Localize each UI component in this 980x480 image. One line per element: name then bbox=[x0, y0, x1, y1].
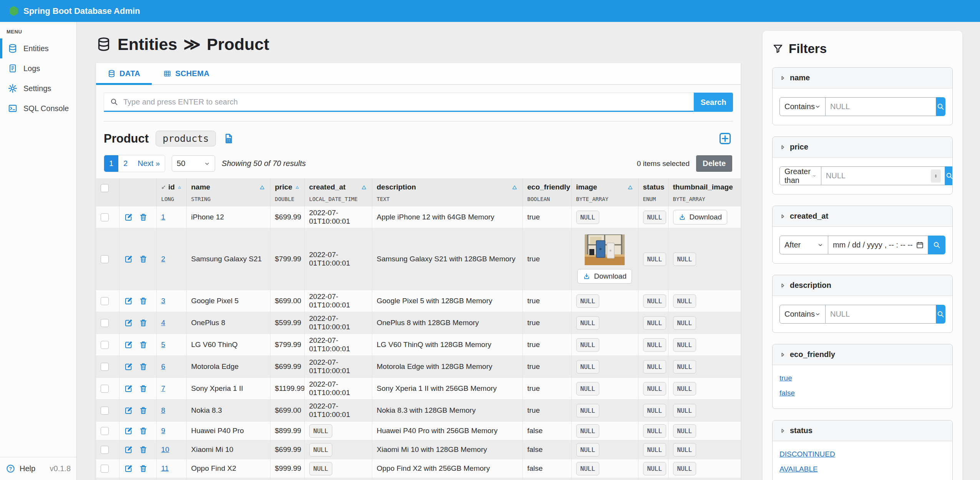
filter-header-created-at[interactable]: created_at bbox=[773, 206, 952, 227]
delete-icon[interactable] bbox=[139, 464, 148, 473]
delete-icon[interactable] bbox=[139, 254, 148, 264]
row-checkbox[interactable] bbox=[101, 255, 109, 263]
edit-icon[interactable] bbox=[124, 340, 133, 349]
filter-header-price[interactable]: price bbox=[773, 137, 952, 158]
filter-option-available[interactable]: AVAILABLE bbox=[779, 465, 945, 473]
sort-icon[interactable] bbox=[511, 184, 518, 191]
delete-icon[interactable] bbox=[139, 362, 148, 371]
delete-button[interactable]: Delete bbox=[696, 155, 732, 172]
row-checkbox[interactable] bbox=[101, 363, 109, 371]
row-id-link[interactable]: 8 bbox=[161, 406, 166, 414]
sidebar-item-logs[interactable]: Logs bbox=[0, 58, 76, 78]
filter-operator-select[interactable]: Contains bbox=[779, 97, 826, 116]
row-id-link[interactable]: 6 bbox=[161, 362, 166, 370]
cell-price: $699.00 bbox=[270, 290, 304, 312]
calendar-icon[interactable] bbox=[916, 241, 924, 249]
sort-icon[interactable] bbox=[259, 184, 265, 191]
sort-icon[interactable] bbox=[295, 184, 300, 191]
filter-datetime-input[interactable]: mm / dd / yyyy , -- : -- -- bbox=[828, 236, 928, 254]
row-id-link[interactable]: 1 bbox=[161, 213, 166, 221]
row-id-link[interactable]: 7 bbox=[161, 384, 166, 392]
tab-data[interactable]: DATA bbox=[96, 63, 152, 84]
help-icon[interactable] bbox=[6, 464, 15, 473]
next-page-button[interactable]: Next » bbox=[133, 155, 165, 172]
filter-value-input[interactable] bbox=[830, 310, 932, 319]
delete-icon[interactable] bbox=[139, 445, 148, 454]
edit-icon[interactable] bbox=[124, 426, 133, 435]
row-id-link[interactable]: 10 bbox=[161, 445, 169, 453]
delete-icon[interactable] bbox=[139, 318, 148, 327]
edit-icon[interactable] bbox=[124, 406, 133, 415]
row-checkbox[interactable] bbox=[101, 407, 109, 415]
row-checkbox[interactable] bbox=[101, 297, 109, 305]
filter-option-true[interactable]: true bbox=[779, 374, 945, 382]
number-stepper[interactable] bbox=[931, 169, 941, 183]
filter-header-name[interactable]: name bbox=[773, 68, 952, 88]
filter-operator-select[interactable]: Contains bbox=[779, 305, 826, 324]
edit-icon[interactable] bbox=[124, 318, 133, 327]
row-checkbox[interactable] bbox=[101, 213, 109, 221]
edit-icon[interactable] bbox=[124, 213, 133, 222]
row-checkbox[interactable] bbox=[101, 465, 109, 473]
edit-icon[interactable] bbox=[124, 445, 133, 454]
filter-header-eco-friendly[interactable]: eco_friendly bbox=[773, 344, 952, 365]
delete-icon[interactable] bbox=[139, 340, 148, 349]
stepper-arrows-icon bbox=[933, 173, 939, 179]
filter-option-false[interactable]: false bbox=[779, 389, 945, 397]
row-checkbox[interactable] bbox=[101, 427, 109, 435]
page-2-button[interactable]: 2 bbox=[118, 155, 133, 172]
row-id-link[interactable]: 5 bbox=[161, 340, 166, 349]
row-id-link[interactable]: 9 bbox=[161, 427, 166, 435]
export-file-icon[interactable] bbox=[223, 133, 235, 144]
edit-icon[interactable] bbox=[124, 362, 133, 371]
help-label[interactable]: Help bbox=[20, 464, 35, 473]
delete-icon[interactable] bbox=[139, 213, 148, 222]
download-button[interactable]: Download bbox=[577, 269, 632, 284]
row-checkbox[interactable] bbox=[101, 341, 109, 349]
row-checkbox[interactable] bbox=[101, 319, 109, 327]
page-1-button[interactable]: 1 bbox=[104, 155, 118, 172]
add-record-button[interactable] bbox=[718, 131, 732, 146]
tab-schema[interactable]: SCHEMA bbox=[152, 63, 221, 84]
filter-value-input[interactable] bbox=[826, 171, 928, 180]
filter-operator-select[interactable]: Greater than bbox=[779, 166, 821, 185]
row-checkbox[interactable] bbox=[101, 446, 109, 454]
edit-icon[interactable] bbox=[124, 296, 133, 306]
edit-icon[interactable] bbox=[124, 464, 133, 473]
filter-value-input[interactable] bbox=[830, 102, 932, 111]
sort-icon[interactable] bbox=[627, 184, 633, 191]
filter-search-button[interactable] bbox=[936, 305, 945, 324]
null-badge: NULL bbox=[576, 338, 600, 352]
filter-search-button[interactable] bbox=[945, 166, 953, 185]
delete-icon[interactable] bbox=[139, 296, 148, 306]
sort-icon[interactable] bbox=[736, 184, 736, 191]
edit-icon[interactable] bbox=[124, 254, 133, 264]
null-badge: NULL bbox=[643, 338, 667, 352]
row-checkbox[interactable] bbox=[101, 385, 109, 393]
page-size-select[interactable]: 50 bbox=[172, 155, 215, 172]
delete-icon[interactable] bbox=[139, 384, 148, 393]
row-id-link[interactable]: 3 bbox=[161, 297, 166, 305]
sidebar-item-sql-console[interactable]: SQL Console bbox=[0, 98, 76, 118]
delete-icon[interactable] bbox=[139, 406, 148, 415]
filter-header-description[interactable]: description bbox=[773, 275, 952, 296]
filter-search-button[interactable] bbox=[936, 97, 945, 116]
filter-operator-select[interactable]: After bbox=[779, 236, 828, 254]
funnel-icon bbox=[772, 43, 784, 55]
row-id-link[interactable]: 4 bbox=[161, 319, 166, 327]
search-button[interactable]: Search bbox=[694, 93, 733, 112]
filter-search-button[interactable] bbox=[928, 236, 945, 254]
edit-icon[interactable] bbox=[124, 384, 133, 393]
sort-icon[interactable] bbox=[361, 184, 367, 191]
download-button[interactable]: Download bbox=[673, 210, 728, 224]
row-id-link[interactable]: 2 bbox=[161, 255, 166, 263]
search-input[interactable] bbox=[119, 98, 693, 106]
delete-icon[interactable] bbox=[139, 426, 148, 435]
row-id-link[interactable]: 11 bbox=[161, 464, 169, 472]
filter-option-discontinued[interactable]: DISCONTINUED bbox=[779, 450, 945, 458]
sidebar-item-entities[interactable]: Entities bbox=[0, 38, 76, 58]
filter-header-status[interactable]: status bbox=[773, 420, 952, 441]
sidebar-item-settings[interactable]: Settings bbox=[0, 78, 76, 98]
sort-icon[interactable] bbox=[177, 184, 182, 191]
select-all-checkbox[interactable] bbox=[101, 184, 109, 192]
